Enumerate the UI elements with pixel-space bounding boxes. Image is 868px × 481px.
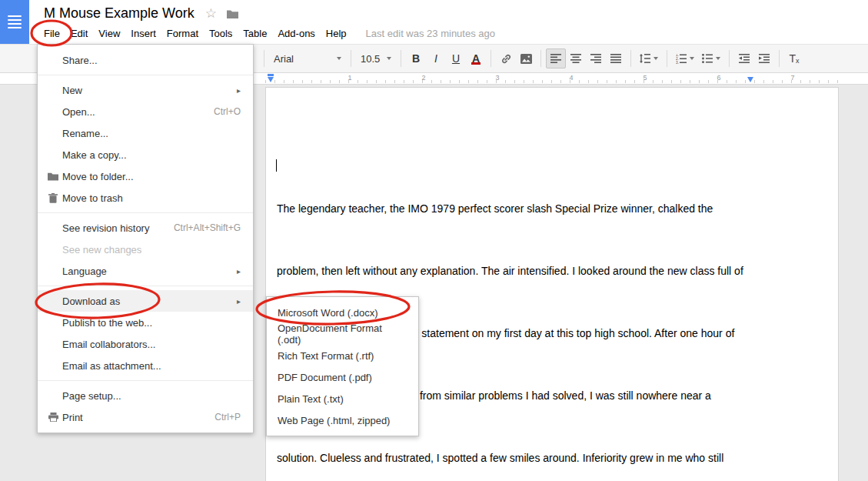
italic-button[interactable]: I: [426, 48, 446, 68]
font-size-select[interactable]: 10.5: [356, 48, 396, 68]
font-family-value: Arial: [274, 53, 294, 65]
document-title[interactable]: M Mouse Example Work: [44, 5, 195, 22]
align-right-button[interactable]: [586, 48, 606, 68]
numbered-list-button[interactable]: 1.2.3.: [672, 48, 698, 68]
first-line-indent-marker[interactable]: [268, 74, 274, 76]
file-menu-item-language[interactable]: Language ▸: [38, 260, 253, 282]
star-icon[interactable]: ☆: [205, 7, 217, 20]
insert-image-button[interactable]: [516, 48, 536, 68]
menu-separator: [38, 212, 253, 213]
download-item-txt[interactable]: Plain Text (.txt): [267, 388, 418, 409]
ruler-number: 2: [421, 74, 425, 82]
download-item-rtf[interactable]: Rich Text Format (.rtf): [267, 345, 418, 366]
trash-icon: [48, 193, 58, 203]
underline-button[interactable]: U: [446, 48, 466, 68]
link-icon: [501, 53, 512, 65]
file-menu-item-email-collaborators[interactable]: Email collaborators...: [38, 333, 253, 355]
download-item-html[interactable]: Web Page (.html, zipped): [267, 409, 418, 431]
folder-icon: [227, 9, 238, 18]
file-menu-item-make-a-copy[interactable]: Make a copy...: [38, 144, 253, 165]
font-size-value: 10.5: [361, 53, 380, 65]
file-menu-item-open[interactable]: Open... Ctrl+O: [38, 101, 253, 122]
menu-format[interactable]: Format: [161, 25, 204, 42]
ruler-number: 6: [717, 74, 720, 82]
file-menu-item-see-new-changes: See new changes: [38, 239, 253, 260]
docs-logo-icon: [8, 15, 22, 17]
submenu-arrow-icon: ▸: [237, 297, 241, 306]
download-item-pdf[interactable]: PDF Document (.pdf): [267, 366, 418, 388]
move-to-folder-icon[interactable]: [227, 9, 238, 18]
menu-file[interactable]: File: [38, 25, 65, 42]
bulleted-list-icon: [702, 54, 713, 63]
clear-formatting-button[interactable]: T x: [784, 48, 804, 68]
text-line: solution. Clueless and frustrated, I spo…: [277, 448, 838, 469]
folder-icon: [48, 172, 58, 181]
download-item-docx[interactable]: Microsoft Word (.docx): [267, 302, 418, 323]
toolbar-separator: [491, 50, 491, 67]
chevron-down-icon: [653, 57, 658, 60]
numbered-list-icon: 1.2.3.: [676, 54, 687, 64]
align-justify-icon: [610, 54, 621, 63]
file-menu-dropdown: Share... New ▸ Open... Ctrl+O Rename... …: [37, 44, 254, 433]
menu-edit[interactable]: Edit: [65, 25, 93, 42]
title-row: M Mouse Example Work ☆: [44, 5, 238, 22]
decrease-indent-button[interactable]: [734, 48, 754, 68]
line-spacing-button[interactable]: [636, 48, 662, 68]
file-menu-item-publish-to-the-web[interactable]: Publish to the web...: [38, 312, 253, 333]
file-menu-item-move-to-trash[interactable]: Move to trash: [38, 187, 253, 209]
last-edit-status[interactable]: Last edit was 23 minutes ago: [366, 28, 495, 39]
file-menu-item-move-to-folder[interactable]: Move to folder...: [38, 165, 253, 187]
shortcut-label: Ctrl+Alt+Shift+G: [174, 222, 241, 233]
menu-insert[interactable]: Insert: [125, 25, 161, 42]
menu-addons[interactable]: Add-ons: [272, 25, 320, 42]
text-line: The legendary teacher, the IMO 1979 perf…: [277, 199, 838, 219]
menu-table[interactable]: Table: [238, 25, 272, 42]
toolbar-separator: [779, 50, 780, 67]
docs-home-button[interactable]: [0, 0, 29, 44]
menu-separator: [38, 380, 253, 381]
chevron-down-icon: [716, 57, 720, 60]
align-center-button[interactable]: [566, 48, 586, 68]
increase-indent-button[interactable]: [754, 48, 774, 68]
printer-icon: [48, 413, 58, 422]
ruler-number: 4: [569, 74, 573, 82]
file-menu-item-email-as-attachment[interactable]: Email as attachment...: [38, 355, 253, 376]
bulleted-list-button[interactable]: [698, 48, 724, 68]
right-indent-marker[interactable]: [747, 77, 753, 82]
bold-button[interactable]: B: [406, 48, 426, 68]
toolbar-separator: [630, 50, 631, 67]
file-menu-item-see-revision-history[interactable]: See revision history Ctrl+Alt+Shift+G: [38, 217, 253, 239]
shortcut-label: Ctrl+O: [214, 106, 241, 117]
menu-separator: [38, 286, 253, 286]
toolbar-separator: [401, 50, 401, 67]
insert-link-button[interactable]: [496, 48, 516, 68]
file-menu-item-new[interactable]: New ▸: [38, 79, 253, 101]
menu-help[interactable]: Help: [321, 25, 352, 42]
chevron-down-icon: [387, 57, 391, 60]
align-justify-button[interactable]: [606, 48, 626, 68]
submenu-arrow-icon: ▸: [237, 267, 241, 276]
ruler-number: 3: [495, 74, 499, 82]
chevron-down-icon: [690, 57, 694, 60]
file-menu-item-rename[interactable]: Rename...: [38, 122, 253, 144]
download-item-odt[interactable]: OpenDocument Format (.odt): [267, 323, 418, 345]
clear-formatting-label: T: [789, 52, 796, 65]
align-left-icon: [550, 54, 561, 63]
left-indent-marker[interactable]: [268, 77, 274, 82]
align-left-button[interactable]: [546, 48, 566, 68]
menu-separator: [38, 75, 253, 75]
svg-text:3.: 3.: [676, 61, 679, 64]
ruler-number: 7: [790, 74, 794, 82]
menu-view[interactable]: View: [93, 25, 125, 42]
toolbar-separator: [729, 50, 730, 67]
file-menu-item-download-as[interactable]: Download as ▸: [38, 290, 253, 312]
file-menu-item-print[interactable]: Print Ctrl+P: [38, 406, 253, 428]
ruler-number: 1: [348, 74, 351, 82]
text-color-button[interactable]: A: [466, 48, 486, 68]
file-menu-item-share[interactable]: Share...: [38, 49, 253, 71]
submenu-arrow-icon: ▸: [237, 86, 241, 95]
toolbar-separator: [540, 50, 541, 67]
menu-tools[interactable]: Tools: [204, 25, 238, 42]
file-menu-item-page-setup[interactable]: Page setup...: [38, 385, 253, 406]
font-family-select[interactable]: Arial: [269, 48, 346, 68]
